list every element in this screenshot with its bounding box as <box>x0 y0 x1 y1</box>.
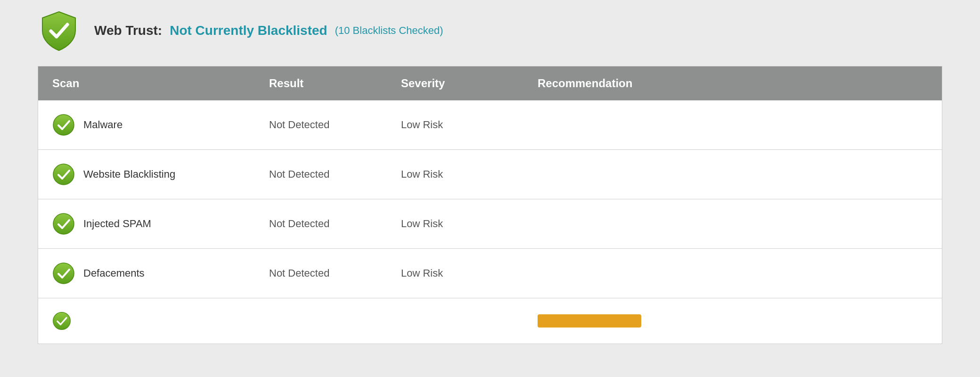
col-header-scan: Scan <box>52 77 269 90</box>
table-row: Malware Not Detected Low Risk <box>38 100 942 150</box>
severity-spam: Low Risk <box>401 218 538 230</box>
scan-cell-spam: Injected SPAM <box>52 213 269 235</box>
result-blacklisting: Not Detected <box>269 168 401 180</box>
svg-point-2 <box>53 213 74 234</box>
scan-cell-blacklisting: Website Blacklisting <box>52 163 269 186</box>
severity-malware: Low Risk <box>401 119 538 131</box>
shield-icon <box>38 9 80 52</box>
col-header-recommendation: Recommendation <box>538 77 928 90</box>
check-circle-icon <box>52 213 75 235</box>
web-trust-detail: (10 Blacklists Checked) <box>335 25 443 37</box>
col-header-severity: Severity <box>401 77 538 90</box>
scan-cell-defacements: Defacements <box>52 262 269 285</box>
orange-progress-bar <box>538 314 641 328</box>
web-trust-container: Web Trust: Not Currently Blacklisted (10… <box>94 23 443 38</box>
check-circle-icon <box>52 262 75 285</box>
severity-defacements: Low Risk <box>401 267 538 279</box>
table-row: Website Blacklisting Not Detected Low Ri… <box>38 150 942 199</box>
scan-cell-partial <box>52 311 269 330</box>
col-header-result: Result <box>269 77 401 90</box>
table-row: Injected SPAM Not Detected Low Risk <box>38 199 942 249</box>
result-malware: Not Detected <box>269 119 401 131</box>
table-row: Defacements Not Detected Low Risk <box>38 249 942 298</box>
table-row-partial <box>38 298 942 344</box>
svg-point-4 <box>53 312 71 330</box>
recommendation-partial <box>538 314 928 328</box>
severity-blacklisting: Low Risk <box>401 168 538 180</box>
svg-point-1 <box>53 164 74 185</box>
header-section: Web Trust: Not Currently Blacklisted (10… <box>0 0 980 66</box>
scan-name-blacklisting: Website Blacklisting <box>83 168 175 180</box>
scan-name-defacements: Defacements <box>83 267 145 279</box>
scan-results-table: Scan Result Severity Recommendation <box>38 66 942 344</box>
warning-circle-icon <box>52 311 71 330</box>
svg-point-0 <box>53 115 74 135</box>
web-trust-status: Not Currently Blacklisted <box>170 23 327 38</box>
svg-point-3 <box>53 263 74 284</box>
web-trust-label: Web Trust: <box>94 23 162 38</box>
scan-cell-malware: Malware <box>52 114 269 136</box>
check-circle-icon <box>52 163 75 186</box>
table-header: Scan Result Severity Recommendation <box>38 66 942 100</box>
result-defacements: Not Detected <box>269 267 401 279</box>
page-container: Web Trust: Not Currently Blacklisted (10… <box>0 0 980 377</box>
check-circle-icon <box>52 114 75 136</box>
scan-name-malware: Malware <box>83 119 122 131</box>
result-spam: Not Detected <box>269 218 401 230</box>
scan-name-spam: Injected SPAM <box>83 218 151 230</box>
